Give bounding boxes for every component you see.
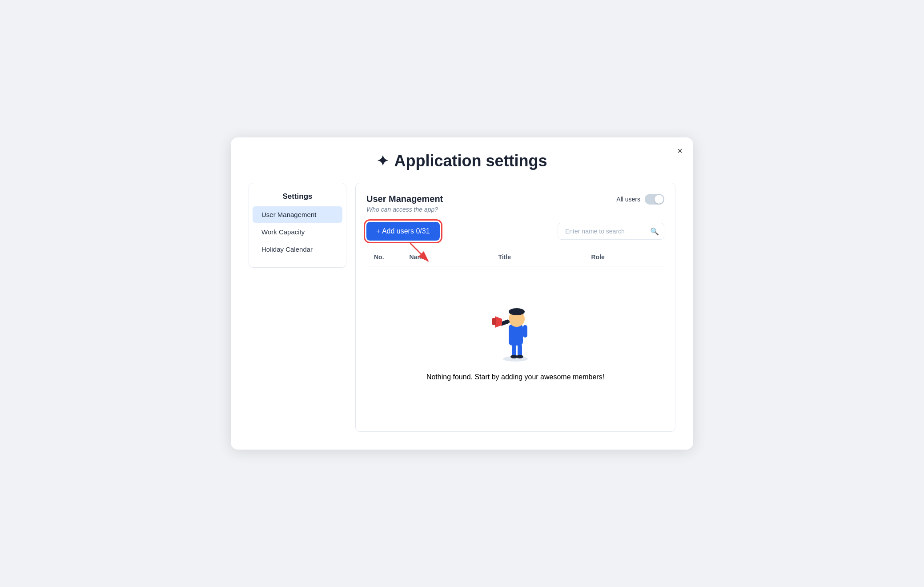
svg-rect-1 <box>512 344 516 357</box>
svg-marker-9 <box>495 316 502 328</box>
svg-point-7 <box>509 308 525 315</box>
sidebar-item-holiday-calendar[interactable]: Holiday Calendar <box>253 241 342 257</box>
all-users-toggle[interactable]: All users <box>616 194 664 205</box>
sparkle-icon: ✦ <box>377 153 389 169</box>
section-title: User Management <box>366 194 443 204</box>
col-name: Name <box>402 248 491 266</box>
modal-body: Settings User Management Work Capacity H… <box>249 183 675 432</box>
empty-state-cell: Nothing found. Start by adding your awes… <box>367 266 664 399</box>
main-content: User Management Who can access the app? … <box>355 183 675 432</box>
close-button[interactable]: × <box>677 146 683 155</box>
svg-rect-5 <box>509 324 523 346</box>
svg-rect-10 <box>492 318 496 325</box>
all-users-label: All users <box>616 196 640 203</box>
col-role: Role <box>584 248 664 266</box>
col-title: Title <box>491 248 584 266</box>
empty-state: Nothing found. Start by adding your awes… <box>367 266 664 399</box>
sidebar: Settings User Management Work Capacity H… <box>249 183 346 268</box>
col-no: No. <box>367 248 402 266</box>
svg-point-4 <box>516 355 523 358</box>
table-header-row: No. Name Title Role <box>367 248 664 266</box>
sidebar-item-user-management[interactable]: User Management <box>253 206 342 223</box>
user-table: No. Name Title Role <box>366 248 664 399</box>
toolbar-row: + Add users 0/31 🔍 <box>366 222 664 241</box>
sidebar-title: Settings <box>249 192 346 201</box>
modal-title: ✦ Application settings <box>249 152 675 170</box>
section-subtitle: Who can access the app? <box>366 206 443 213</box>
content-header: User Management Who can access the app? … <box>366 194 664 213</box>
search-wrapper: 🔍 <box>558 223 664 240</box>
svg-rect-2 <box>518 344 522 357</box>
toggle-knob <box>655 195 663 204</box>
empty-illustration <box>489 293 542 364</box>
search-input[interactable] <box>558 223 664 240</box>
empty-message: Nothing found. Start by adding your awes… <box>376 373 655 381</box>
empty-state-row: Nothing found. Start by adding your awes… <box>367 266 664 399</box>
toggle-switch[interactable] <box>645 194 664 205</box>
svg-rect-11 <box>523 325 527 338</box>
add-users-button[interactable]: + Add users 0/31 <box>366 222 440 241</box>
sidebar-item-work-capacity[interactable]: Work Capacity <box>253 224 342 240</box>
modal-container: × ✦ Application settings Settings User M… <box>231 137 693 450</box>
